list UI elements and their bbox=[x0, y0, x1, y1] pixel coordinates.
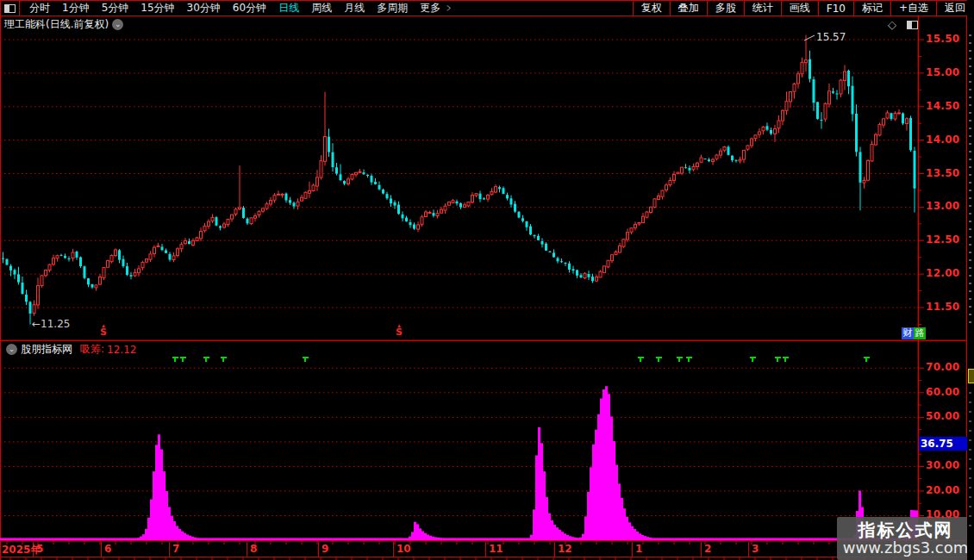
period-tab-5[interactable]: 30分钟 bbox=[181, 1, 227, 16]
buy-signal-marker bbox=[172, 357, 178, 362]
buy-signal-marker bbox=[638, 357, 644, 362]
buy-signal-marker bbox=[686, 357, 692, 362]
price-axis-label: 15.50 bbox=[926, 33, 965, 45]
period-tab-11[interactable]: 更多 ﹥ bbox=[414, 1, 460, 16]
pane-layout-icon[interactable] bbox=[907, 21, 918, 29]
buy-signal-marker bbox=[864, 357, 870, 362]
x-axis-month-label: 6 bbox=[104, 543, 111, 555]
price-axis-label: 12.50 bbox=[926, 233, 965, 246]
x-axis-month-label: 2 bbox=[704, 543, 711, 555]
buy-signal-marker bbox=[750, 357, 756, 362]
indicator-value-box: 36.75 bbox=[919, 437, 968, 451]
toolbar-button-2[interactable]: 叠加 bbox=[670, 1, 707, 16]
s-signal-marker: ▴S bbox=[98, 323, 109, 335]
right-edge-panel bbox=[967, 0, 974, 560]
top-toolbar: 分时1分钟5分钟15分钟30分钟60分钟日线周线月线多周期更多 ﹥ 复权叠加多股… bbox=[0, 0, 974, 16]
site-watermark: 指标公式网 www.zbgs3.com bbox=[837, 517, 974, 560]
indicator-name: 吸筹: bbox=[80, 342, 104, 357]
indicator-source: 股朋指标网 bbox=[21, 342, 72, 357]
period-tab-2[interactable]: 1分钟 bbox=[56, 1, 96, 16]
x-axis-month-label: 9 bbox=[322, 543, 328, 555]
period-tab-8[interactable]: 周线 bbox=[305, 1, 338, 16]
layout-toggle-button[interactable] bbox=[0, 1, 20, 16]
price-axis-label: 12.00 bbox=[926, 267, 965, 279]
toolbar-button-1[interactable]: 复权 bbox=[633, 1, 670, 16]
price-axis-label: 13.50 bbox=[926, 167, 965, 179]
indicator-chevron-down-icon[interactable]: ⌄ bbox=[6, 344, 17, 355]
buy-signal-marker bbox=[783, 357, 789, 362]
chart-canvas[interactable] bbox=[0, 0, 974, 560]
x-axis-month-label: 1 bbox=[635, 543, 642, 555]
period-tabs: 分时1分钟5分钟15分钟30分钟60分钟日线周线月线多周期更多 ﹥ bbox=[20, 1, 460, 16]
price-axis-label: 15.00 bbox=[926, 66, 965, 78]
title-chevron-down-icon[interactable]: ⌄ bbox=[112, 19, 123, 30]
x-axis-month-label: 10 bbox=[396, 543, 411, 555]
indicator-axis-label: 50.00 bbox=[926, 410, 965, 422]
buy-signal-marker bbox=[303, 357, 309, 362]
price-axis-label: 14.50 bbox=[926, 100, 965, 112]
x-axis-month-label: 7 bbox=[172, 543, 179, 555]
period-tab-4[interactable]: 15分钟 bbox=[134, 1, 180, 16]
s-signal-marker: ▴S bbox=[394, 323, 404, 335]
logo-char-1: 财 bbox=[902, 327, 914, 339]
period-tab-7[interactable]: 日线 bbox=[272, 1, 305, 16]
indicator-axis-label: 20.00 bbox=[926, 484, 965, 496]
toolbar-button-8[interactable]: +自选 bbox=[890, 1, 936, 16]
stock-title: 理工能科(日线.前复权) bbox=[4, 17, 109, 32]
buy-signal-marker bbox=[775, 357, 781, 362]
period-tab-3[interactable]: 5分钟 bbox=[96, 1, 135, 16]
edge-highlight-icon bbox=[968, 369, 974, 383]
edge-dashes-lower bbox=[969, 392, 971, 530]
toolbar-button-3[interactable]: 多股 bbox=[707, 1, 744, 16]
broker-logo: 财 路 bbox=[902, 327, 926, 339]
indicator-header: ⌄ 股朋指标网 吸筹: 12.12 bbox=[3, 343, 136, 356]
trading-app-window: 分时1分钟5分钟15分钟30分钟60分钟日线周线月线多周期更多 ﹥ 复权叠加多股… bbox=[0, 0, 974, 560]
x-axis-month-label: 12 bbox=[558, 543, 572, 555]
toolbar-button-5[interactable]: 画线 bbox=[781, 1, 818, 16]
buy-signal-marker bbox=[203, 357, 209, 362]
buy-signal-marker bbox=[677, 357, 683, 362]
indicator-axis-label: 30.00 bbox=[926, 459, 965, 471]
diamond-icon[interactable]: ◇ bbox=[888, 18, 896, 31]
buy-signal-marker bbox=[656, 357, 662, 362]
toolbar-button-4[interactable]: 统计 bbox=[744, 1, 781, 16]
watermark-title: 指标公式网 bbox=[858, 520, 953, 539]
low-price-annotation: ←11.25 bbox=[32, 318, 70, 330]
split-view-icon bbox=[4, 4, 16, 13]
period-tab-10[interactable]: 多周期 bbox=[371, 1, 414, 16]
high-price-annotation: 15.57 bbox=[816, 31, 846, 43]
logo-char-2: 路 bbox=[914, 327, 926, 339]
x-axis-month-label: 5 bbox=[36, 543, 43, 555]
price-axis-label: 14.00 bbox=[926, 134, 965, 146]
x-axis-month-label: 11 bbox=[489, 543, 503, 555]
x-axis-month-label: 8 bbox=[250, 543, 257, 555]
toolbar-button-6[interactable]: F10 bbox=[818, 1, 853, 16]
indicator-value: 12.12 bbox=[107, 344, 136, 356]
indicator-axis-label: 60.00 bbox=[926, 386, 965, 398]
toolbar-button-7[interactable]: 标记 bbox=[853, 1, 890, 16]
period-tab-1[interactable]: 分时 bbox=[23, 1, 56, 16]
period-tab-9[interactable]: 月线 bbox=[338, 1, 371, 16]
watermark-url: www.zbgs3.com bbox=[843, 539, 969, 557]
indicator-axis-label: 70.00 bbox=[926, 361, 965, 373]
period-tab-6[interactable]: 60分钟 bbox=[227, 1, 272, 16]
x-axis-year-label: 2025年 bbox=[2, 543, 41, 557]
chart-title-bar: 理工能科(日线.前复权) ⌄ ◇ bbox=[0, 17, 967, 32]
buy-signal-marker bbox=[180, 357, 186, 362]
indicator-axis-label: 10.00 bbox=[926, 508, 965, 520]
price-axis-label: 11.50 bbox=[926, 301, 965, 313]
x-axis-month-label: 3 bbox=[752, 543, 759, 555]
edge-dashes bbox=[969, 34, 971, 327]
price-axis-label: 13.00 bbox=[926, 200, 965, 212]
buy-signal-marker bbox=[221, 357, 227, 362]
toolbar-right-buttons: 复权叠加多股统计画线F10标记+自选返回 bbox=[633, 1, 974, 16]
